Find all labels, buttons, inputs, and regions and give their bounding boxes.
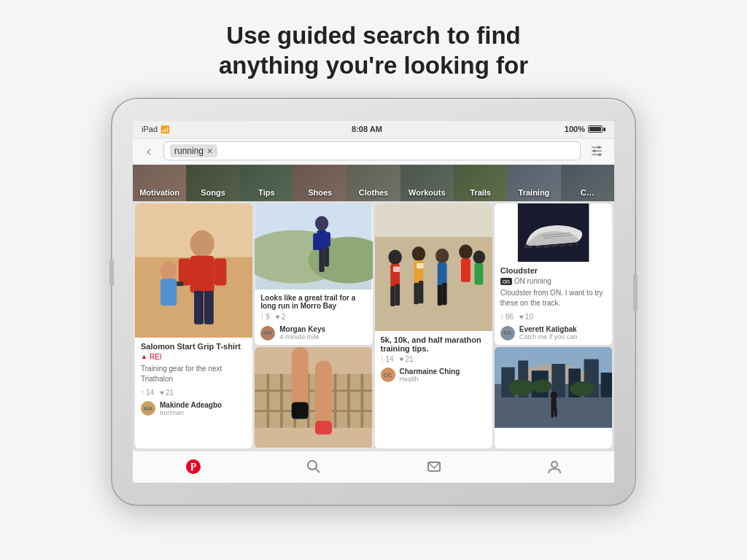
card-stats-trail: ↑ 9 ♥ 2 <box>260 313 366 321</box>
ipad-shell: iPad 📶 8:08 AM 100% ‹ running ✕ <box>111 98 636 506</box>
chip-label-training: Training <box>519 188 550 197</box>
svg-text:P: P <box>190 462 196 472</box>
svg-rect-89 <box>554 408 557 417</box>
svg-point-83 <box>508 380 535 396</box>
card-body-trail: Looks like a great trail for a long run … <box>255 289 372 345</box>
category-bar: Motivation Songs Tips Shoes Clothes <box>133 165 614 201</box>
svg-point-54 <box>565 244 569 249</box>
category-chip-workouts[interactable]: Workouts <box>400 165 454 201</box>
filter-button[interactable] <box>587 141 607 161</box>
search-tag[interactable]: running ✕ <box>170 144 217 158</box>
svg-rect-70 <box>292 402 309 419</box>
svg-rect-36 <box>418 280 422 303</box>
svg-point-5 <box>598 153 601 156</box>
chip-label-songs: Songs <box>201 188 225 197</box>
nav-search[interactable] <box>299 452 328 481</box>
card-city[interactable] <box>495 347 612 448</box>
ipad-screen: iPad 📶 8:08 AM 100% ‹ running ✕ <box>133 121 614 483</box>
category-chip-more[interactable]: C… <box>561 165 614 201</box>
category-chip-trails[interactable]: Trails <box>454 165 507 201</box>
svg-point-55 <box>572 243 576 247</box>
card-salomon[interactable]: Salomon Start Grip T-shirt ▲ REI Trainin… <box>135 203 252 448</box>
svg-point-52 <box>548 246 552 250</box>
card-group-runners[interactable]: 5k, 10k, and half marathon training tips… <box>375 203 492 448</box>
svg-rect-38 <box>437 262 446 286</box>
card-cloudster[interactable]: Cloudster on ON running Cloudster from O… <box>495 203 612 346</box>
svg-rect-45 <box>392 266 399 271</box>
svg-rect-26 <box>325 246 329 266</box>
category-chip-tips[interactable]: Tips <box>240 165 293 201</box>
svg-rect-22 <box>317 230 327 249</box>
chip-label-more: C… <box>581 188 595 197</box>
svg-rect-16 <box>160 279 177 306</box>
svg-rect-40 <box>442 282 446 304</box>
card-source-shoe: on ON running <box>500 277 606 285</box>
headline-line1: Use guided search to find <box>226 22 520 49</box>
category-chip-clothes[interactable]: Clothes <box>347 165 400 201</box>
chip-label-trails: Trails <box>470 188 491 197</box>
category-chip-training[interactable]: Training <box>507 165 560 201</box>
svg-rect-23 <box>313 233 318 250</box>
svg-point-41 <box>459 244 472 259</box>
card-user-group: CC Charmaine Ching Health <box>381 368 487 383</box>
svg-point-4 <box>593 149 596 152</box>
svg-rect-44 <box>474 263 483 284</box>
chip-label-clothes: Clothes <box>359 188 388 197</box>
card-stats-group: ↑ 14 ♥ 21 <box>381 355 487 363</box>
svg-point-84 <box>531 380 551 393</box>
wifi-icon: 📶 <box>160 125 169 133</box>
svg-rect-88 <box>551 410 554 418</box>
svg-rect-24 <box>325 232 330 246</box>
search-query: running <box>174 146 204 156</box>
back-button[interactable]: ‹ <box>140 142 158 160</box>
chip-label-motivation: Motivation <box>139 188 179 197</box>
svg-rect-69 <box>315 361 332 428</box>
category-chip-motivation[interactable]: Motivation <box>133 165 186 201</box>
battery-icon <box>588 125 605 133</box>
card-body-salomon: Salomon Start Grip T-shirt ▲ REI Trainin… <box>135 338 252 448</box>
tag-close-icon[interactable]: ✕ <box>206 147 213 156</box>
svg-rect-71 <box>315 421 332 435</box>
chip-label-shoes: Shoes <box>308 188 332 197</box>
svg-rect-46 <box>417 263 423 268</box>
nav-messages[interactable] <box>419 452 449 481</box>
svg-rect-42 <box>460 258 470 281</box>
svg-point-15 <box>160 261 177 280</box>
category-chip-shoes[interactable]: Shoes <box>293 165 347 201</box>
headline: Use guided search to find anything you'r… <box>204 0 543 94</box>
svg-rect-10 <box>179 258 191 285</box>
svg-point-95 <box>551 462 557 467</box>
card-source-salomon: ▲ REI <box>141 353 247 361</box>
card-title-salomon: Salomon Start Grip T-shirt <box>141 342 247 351</box>
card-image-group <box>375 203 492 331</box>
main-content: Salomon Start Grip T-shirt ▲ REI Trainin… <box>133 201 614 451</box>
status-bar: iPad 📶 8:08 AM 100% <box>133 121 614 139</box>
card-title-shoe: Cloudster <box>500 266 606 275</box>
svg-point-43 <box>473 250 485 263</box>
nav-profile[interactable] <box>540 452 569 481</box>
headline-line2: anything you're looking for <box>219 52 528 79</box>
category-chip-songs[interactable]: Songs <box>186 165 239 201</box>
svg-point-37 <box>435 248 448 262</box>
svg-rect-25 <box>320 249 325 272</box>
card-stats-salomon: ↑ 14 ♥ 21 <box>141 389 247 397</box>
chip-label-workouts: Workouts <box>409 188 446 197</box>
card-image-city <box>495 347 612 428</box>
svg-rect-39 <box>437 284 441 306</box>
svg-point-29 <box>388 249 401 264</box>
svg-rect-11 <box>214 258 227 285</box>
search-bar: ‹ running ✕ <box>133 139 614 165</box>
card-legs[interactable] <box>255 347 372 448</box>
svg-point-85 <box>570 381 594 396</box>
card-user-salomon: MA Makinde Adeagbo Ironman <box>141 401 247 416</box>
card-body-shoe: Cloudster on ON running Cloudster from O… <box>495 262 612 345</box>
card-desc-salomon: Training gear for the next Triathalon <box>141 364 247 384</box>
svg-rect-12 <box>194 290 204 324</box>
search-pill[interactable]: running ✕ <box>163 141 581 160</box>
svg-point-92 <box>308 461 317 470</box>
nav-home[interactable]: P <box>179 452 208 481</box>
card-trail[interactable]: Looks like a great trail for a long run … <box>255 203 372 346</box>
svg-rect-13 <box>204 290 214 324</box>
side-button-right <box>633 274 638 311</box>
bottom-nav: P <box>133 451 614 483</box>
